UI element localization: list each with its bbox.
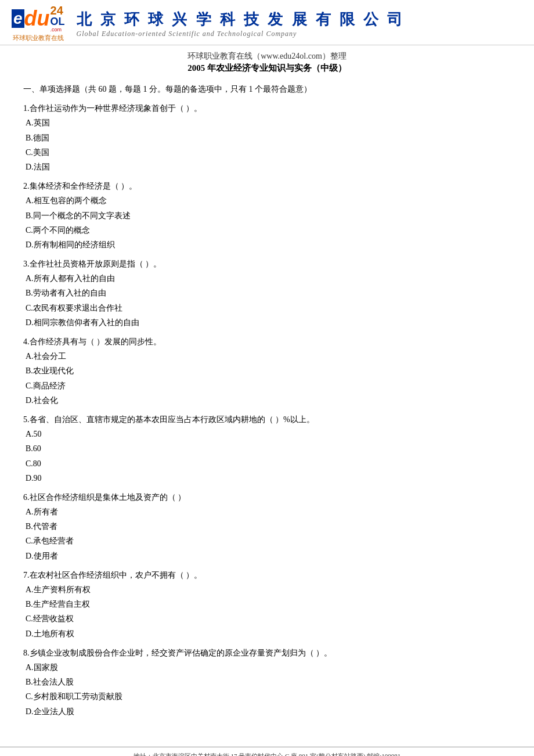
question-3-option-d: D.相同宗教信仰者有入社的自由 [23,315,511,330]
question-8-option-b: B.社会法人股 [23,675,511,689]
question-title-2: 2.集体经济和全作经济是（ ）。 [23,179,511,193]
logo-ol-text: OL [50,16,65,27]
question-6-option-c: C.承包经营者 [23,534,511,548]
question-4: 4.合作经济具有与（ ）发展的同步性。A.社会分工B.农业现代化C.商品经济D.… [23,334,511,408]
question-8: 8.乡镇企业改制成股份合作企业时，经交资产评估确定的原企业存量资产划归为（ ）。… [23,646,511,719]
question-4-option-b: B.农业现代化 [23,363,511,378]
question-2-option-b: B.同一个概念的不同文字表述 [23,208,511,223]
question-7-option-c: C.经营收益权 [23,611,511,626]
question-8-option-c: C.乡村股和职工劳动贡献股 [23,689,511,704]
exam-title: 2005 年农业经济专业知识与实务（中级） [23,63,511,74]
question-7: 7.在农村社区合作经济组织中，农户不拥有（ ）。A.生产资料所有权B.生产经营自… [23,568,511,641]
question-5: 5.各省、自治区、直辖市规定的基本农田应当占本行政区域内耕地的（ ）%以上。A.… [23,412,511,485]
question-6: 6.社区合作经济组织是集体土地及资产的（ ）A.所有者B.代管者C.承包经营者D… [23,490,511,563]
question-title-5: 5.各省、自治区、直辖市规定的基本农田应当占本行政区域内耕地的（ ）%以上。 [23,412,511,427]
question-3-option-c: C.农民有权要求退出合作社 [23,301,511,315]
section1-title: 一、单项选择题（共 60 题，每题 1 分。每题的备选项中，只有 1 个最符合题… [23,82,511,96]
question-4-option-c: C.商品经济 [23,379,511,393]
question-3-option-a: A.所有人都有入社的自由 [23,271,511,286]
question-title-4: 4.合作经济具有与（ ）发展的同步性。 [23,334,511,349]
logo-24-num: 24 [50,5,65,16]
question-6-option-a: A.所有者 [23,505,511,519]
company-en-name: Global Education-oriented Scientific and… [77,30,522,38]
question-1-option-a: A.英国 [23,116,511,130]
logo-du-text: du [24,6,50,31]
question-1-option-b: B.德国 [23,131,511,145]
question-2: 2.集体经济和全作经济是（ ）。A.相互包容的两个概念B.同一个概念的不同文字表… [23,179,511,252]
question-3-option-b: B.劳动者有入社的自由 [23,286,511,300]
page-source-title: 环球职业教育在线（www.edu24ol.com）整理 [23,51,511,62]
logo-main: e du 24 OL .com [12,5,65,33]
question-5-option-b: B.60 [23,441,511,456]
logo-subtitle: 环球职业教育在线 [13,34,64,42]
question-title-1: 1.合作社运动作为一种世界经济现象首创于（ ）。 [23,101,511,116]
logo-e-letter: e [12,9,24,28]
question-7-option-b: B.生产经营自主权 [23,597,511,611]
footer-address: 地址：北京市海淀区中关村南大街 17 号韦伯时代中心 C 座 801 室(魏公村… [12,751,522,756]
question-2-option-c: C.两个不同的概念 [23,223,511,237]
question-title-8: 8.乡镇企业改制成股份合作企业时，经交资产评估确定的原企业存量资产划归为（ ）。 [23,646,511,660]
question-2-option-d: D.所有制相同的经济组织 [23,237,511,252]
question-2-option-a: A.相互包容的两个概念 [23,193,511,208]
logo-com-text: .com [50,27,65,33]
question-1: 1.合作社运动作为一种世界经济现象首创于（ ）。A.英国B.德国C.美国D.法国 [23,101,511,174]
page-header: e du 24 OL .com 环球职业教育在线 北 京 环 球 兴 学 科 技… [0,0,534,45]
logo-24ol: 24 OL .com [50,5,65,33]
questions-container: 1.合作社运动作为一种世界经济现象首创于（ ）。A.英国B.德国C.美国D.法国… [23,101,511,719]
question-7-option-a: A.生产资料所有权 [23,582,511,597]
logo-area: e du 24 OL .com 环球职业教育在线 [12,5,65,42]
question-8-option-d: D.企业法人股 [23,704,511,719]
question-1-option-d: D.法国 [23,160,511,174]
page-footer: 地址：北京市海淀区中关村南大街 17 号韦伯时代中心 C 座 801 室(魏公村… [0,747,534,756]
question-title-3: 3.全作社社员资格开放原则是指（ ）。 [23,257,511,271]
question-6-option-b: B.代管者 [23,519,511,534]
question-4-option-a: A.社会分工 [23,349,511,363]
company-area: 北 京 环 球 兴 学 科 技 发 展 有 限 公 司 Global Educa… [77,9,522,38]
question-3: 3.全作社社员资格开放原则是指（ ）。A.所有人都有入社的自由B.劳动者有入社的… [23,257,511,330]
question-4-option-d: D.社会化 [23,393,511,408]
question-7-option-d: D.土地所有权 [23,627,511,641]
question-6-option-d: D.使用者 [23,549,511,563]
question-5-option-d: D.90 [23,471,511,485]
question-5-option-a: A.50 [23,427,511,441]
question-5-option-c: C.80 [23,456,511,471]
question-title-7: 7.在农村社区合作经济组织中，农户不拥有（ ）。 [23,568,511,582]
question-title-6: 6.社区合作经济组织是集体土地及资产的（ ） [23,490,511,505]
question-8-option-a: A.国家股 [23,660,511,675]
question-1-option-c: C.美国 [23,145,511,160]
main-content: 环球职业教育在线（www.edu24ol.com）整理 2005 年农业经济专业… [0,45,534,735]
company-cn-name: 北 京 环 球 兴 学 科 技 发 展 有 限 公 司 [77,9,522,30]
